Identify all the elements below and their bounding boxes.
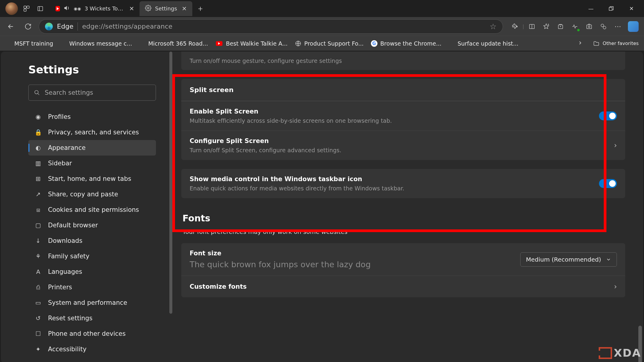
phone-icon: ☐ xyxy=(34,330,42,337)
tab-actions-icon[interactable] xyxy=(33,2,47,15)
sidebar-item-reset[interactable]: ↺Reset settings xyxy=(28,310,156,326)
configure-split-row[interactable]: Configure Split Screen Turn on/off Split… xyxy=(181,130,625,160)
sidebar-item-system[interactable]: ▭System and performance xyxy=(28,295,156,310)
favorite-star-icon[interactable]: ☆ xyxy=(490,22,496,31)
svg-rect-6 xyxy=(609,7,612,10)
svg-rect-0 xyxy=(24,6,26,8)
tab-0[interactable]: ◉◉ 3 Wickets To Win | Final C ✕ xyxy=(50,1,140,16)
sidebar-item-printers[interactable]: ⎙Printers xyxy=(28,279,156,295)
minimize-button[interactable]: — xyxy=(581,1,601,16)
url-text: edge://settings/appearance xyxy=(82,23,485,30)
bookmarks-overflow-button[interactable] xyxy=(575,38,586,49)
titlebar: ◉◉ 3 Wickets To Win | Final C ✕ Settings… xyxy=(0,0,644,17)
google-icon: G xyxy=(371,40,377,47)
globe-icon xyxy=(295,40,301,47)
sidebar-item-start[interactable]: ⊞Start, home, and new tabs xyxy=(28,171,156,187)
split-screen-icon[interactable] xyxy=(525,20,538,33)
settings-sidebar: Settings Search settings ◉Profiles 🔒Priv… xyxy=(1,52,172,362)
svg-rect-14 xyxy=(587,25,592,29)
scrollbar-thumb[interactable] xyxy=(169,52,172,314)
favorites-icon[interactable] xyxy=(540,20,553,33)
chevron-down-icon xyxy=(606,257,611,262)
enable-split-toggle[interactable] xyxy=(599,111,617,120)
customize-fonts-label: Customize fonts xyxy=(190,283,608,290)
close-icon[interactable]: ✕ xyxy=(129,5,134,12)
cookie-icon: ⧆ xyxy=(34,206,42,213)
language-icon: A xyxy=(34,268,42,275)
customize-fonts-row[interactable]: Customize fonts › xyxy=(181,276,625,297)
svg-line-20 xyxy=(38,94,39,95)
performance-icon[interactable] xyxy=(597,20,610,33)
font-size-select[interactable]: Medium (Recommended) xyxy=(520,252,617,267)
sidebar-scrollbar[interactable] xyxy=(169,52,172,362)
bookmark-item[interactable]: MSFT training xyxy=(5,40,53,47)
panel-icon: ▥ xyxy=(34,160,42,167)
profile-avatar[interactable] xyxy=(5,2,18,15)
font-size-value: Medium (Recommended) xyxy=(526,256,601,263)
search-icon xyxy=(34,90,40,96)
bookmark-item[interactable]: G Browse the Chrome... xyxy=(371,40,442,47)
url-label: Edge xyxy=(57,23,73,30)
accessibility-icon: ✦ xyxy=(34,346,42,353)
bookmark-item[interactable]: Windows message c... xyxy=(60,40,132,47)
chevron-right-icon: › xyxy=(614,282,617,291)
health-icon[interactable] xyxy=(568,20,581,33)
configure-split-title: Configure Split Screen xyxy=(190,137,608,145)
close-window-button[interactable]: ✕ xyxy=(621,1,642,16)
other-favorites-button[interactable]: Other favorites xyxy=(593,40,639,47)
sidebar-item-appearance[interactable]: ◐Appearance xyxy=(28,140,156,156)
separator xyxy=(78,22,78,31)
sidebar-item-share[interactable]: ↗Share, copy and paste xyxy=(28,187,156,202)
extensions-icon[interactable] xyxy=(508,20,521,33)
bookmark-label: Windows message c... xyxy=(69,40,132,47)
sidebar-item-family[interactable]: ⚘Family safety xyxy=(28,248,156,264)
sidebar-item-default-browser[interactable]: ▢Default browser xyxy=(28,217,156,233)
gesture-desc: Turn on/off mouse gesture, configure ges… xyxy=(190,52,617,64)
media-control-card: Show media control in the Windows taskba… xyxy=(181,169,625,198)
more-icon[interactable]: ⋯ xyxy=(611,20,624,33)
bookmark-item[interactable]: Product Support Fo... xyxy=(295,40,364,47)
close-icon[interactable]: ✕ xyxy=(182,5,187,12)
system-icon: ▭ xyxy=(34,299,42,306)
svg-point-19 xyxy=(35,91,38,94)
bookmark-item[interactable]: Surface update hist... xyxy=(449,40,518,47)
sidebar-nav: ◉Profiles 🔒Privacy, search, and services… xyxy=(28,109,156,357)
main-scrollbar[interactable] xyxy=(638,52,642,362)
tab-1[interactable]: Settings ✕ xyxy=(140,1,192,16)
microsoft-icon xyxy=(449,41,455,46)
start-icon: ⊞ xyxy=(34,175,42,182)
reset-icon: ↺ xyxy=(34,315,42,322)
sidebar-item-accessibility[interactable]: ✦Accessibility xyxy=(28,341,156,357)
new-tab-button[interactable]: ＋ xyxy=(194,2,207,15)
media-control-toggle[interactable] xyxy=(599,179,617,188)
sidebar-item-languages[interactable]: ALanguages xyxy=(28,264,156,279)
svg-point-16 xyxy=(601,24,604,27)
bookmark-item[interactable]: Best Walkie Talkie A... xyxy=(215,40,288,47)
sidebar-item-sidebar[interactable]: ▥Sidebar xyxy=(28,156,156,171)
back-button[interactable] xyxy=(4,20,17,33)
svg-point-17 xyxy=(603,26,606,29)
address-bar[interactable]: Edge edge://settings/appearance ☆ xyxy=(39,19,503,34)
maximize-button[interactable] xyxy=(601,1,621,16)
sound-icon xyxy=(64,5,70,13)
copilot-icon[interactable] xyxy=(628,21,639,32)
workspaces-icon[interactable] xyxy=(20,2,33,15)
collections-icon[interactable] xyxy=(554,20,567,33)
watermark-text: XDA xyxy=(614,347,641,359)
xda-logo-icon xyxy=(600,347,612,359)
tab-strip: ◉◉ 3 Wickets To Win | Final C ✕ Settings… xyxy=(50,0,207,17)
download-icon: ↓ xyxy=(34,237,42,244)
fonts-section: Fonts Your font preferences may only wor… xyxy=(181,213,625,297)
sidebar-item-privacy[interactable]: 🔒Privacy, search, and services xyxy=(28,125,156,140)
other-favorites-label: Other favorites xyxy=(603,41,639,46)
sidebar-item-downloads[interactable]: ↓Downloads xyxy=(28,233,156,248)
sidebar-item-phone[interactable]: ☐Phone and other devices xyxy=(28,326,156,341)
refresh-button[interactable] xyxy=(21,20,35,33)
search-settings-input[interactable]: Search settings xyxy=(28,85,156,101)
fonts-subheading: Your font preferences may only work on s… xyxy=(182,228,625,235)
bookmark-item[interactable]: Microsoft 365 Road... xyxy=(139,40,208,47)
sidebar-item-cookies[interactable]: ⧆Cookies and site permissions xyxy=(28,202,156,217)
capture-icon[interactable] xyxy=(583,20,596,33)
sidebar-item-profiles[interactable]: ◉Profiles xyxy=(28,109,156,125)
media-control-row: Show media control in the Windows taskba… xyxy=(181,169,625,198)
